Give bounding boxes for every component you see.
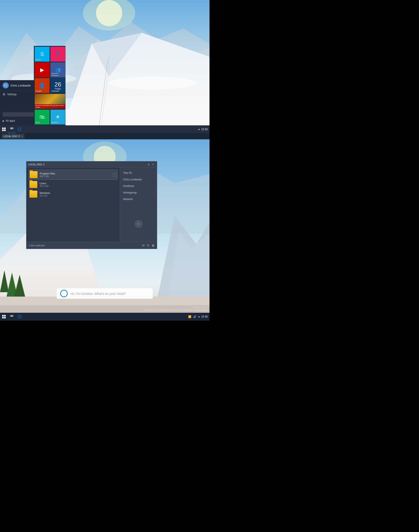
tab-local-disc-c[interactable]: LOCAL DISC C × [2,134,25,139]
screen-top: Windows 10 RC1 Evaluation copy. Build 99… [0,0,210,133]
svg-rect-11 [4,128,6,129]
file-item-windows[interactable]: Windows 18.5 Gb [29,189,118,199]
windows-logo-icon-bottom [2,315,6,318]
taskbar-bottom: 📶 🔊 ◂ 10 50 [0,313,210,321]
taskview-button-bottom[interactable] [8,313,16,321]
minimize-button[interactable]: ∧ [146,162,151,167]
cortana-circle-icon [18,128,21,131]
news-overlay: Mourners Remember Boxing Day Tsunami Vic… [35,104,65,109]
file-window-footer: 1 item selected ✉ ↻ 🗑 [26,242,157,249]
nav-homegroup[interactable]: Homegroup [120,189,157,196]
weather-icon: ☀ [55,114,60,120]
start-button-bottom[interactable] [0,313,8,321]
svg-rect-12 [2,130,4,131]
file-list: Program files 285.1 Mb ✓ Users 352.6 Mb [26,167,120,242]
tab-close-button[interactable]: × [21,135,23,137]
cortana-button[interactable] [16,125,24,133]
video-icon: ▶ [40,67,44,73]
svg-rect-13 [4,130,6,131]
taskview-icon [10,128,13,131]
file-info-program-files: Program files 285.1 Mb [40,172,113,177]
tile-skype[interactable]: S Skype [35,47,50,62]
cortana-bar: Hi, I'm Cortana. What's on your mind? [57,288,153,299]
tile-video[interactable]: ▶ [35,62,50,77]
chevron-left-icon-bottom: ◂ [198,315,199,318]
taskbar-right-bottom: 📶 🔊 ◂ 10 50 [188,315,210,318]
watermark-top: Windows 10 RC1 Evaluation copy. Build 99… [145,119,208,124]
svg-point-7 [109,76,196,90]
file-item-program-files[interactable]: Program files 285.1 Mb ✓ [29,170,118,180]
tab-label: LOCAL DISC C [3,135,20,137]
file-window-content: Program files 285.1 Mb ✓ Users 352.6 Mb [26,167,157,242]
tile-calendar[interactable]: 26 Friday Calendar [50,78,65,93]
file-checkbox-program-files[interactable]: ✓ [113,173,117,177]
user-avatar: CL [3,82,9,88]
nav-onedrive[interactable]: OneDrive [120,183,157,189]
gear-icon: ⚙ [3,93,5,96]
network-icon-bottom: 📶 [188,315,191,318]
file-window: LOCAL DISC C ∧ × Program files 285.1 Mb … [26,161,157,249]
file-info-windows: Windows 18.5 Gb [39,191,117,197]
svg-rect-33 [12,315,13,316]
tile-windows-feedback[interactable]: 👥 Windows Feedback [50,62,65,77]
mail-action-button[interactable]: ✉ [142,244,145,247]
file-sidebar: This PC Chris Lombardo OneDrive Homegrou… [120,167,157,242]
start-button[interactable] [0,125,8,133]
cortana-button-bottom[interactable] [16,313,24,321]
svg-rect-32 [11,315,12,316]
taskview-button[interactable] [8,125,16,133]
status-text: 1 item selected [29,244,142,247]
close-button[interactable]: × [151,162,155,167]
back-button[interactable]: ← [135,220,143,228]
taskbar-top: ◂ 10 50 [0,125,210,133]
footer-actions: ✉ ↻ 🗑 [142,244,155,247]
taskview-icon-bottom [10,315,13,318]
watermark-bottom: Windows 10 RC1 Evaluation copy. Build 99… [145,306,208,312]
tile-groove[interactable]: 🎵 [50,47,65,62]
people-icon: 👤 [39,82,45,89]
svg-rect-29 [4,315,6,316]
nav-chris-lombardo[interactable]: Chris Lombardo [120,176,157,183]
volume-icon-bottom: 🔊 [193,315,196,318]
file-window-titlebar: LOCAL DISC C ∧ × [26,161,157,167]
clock-display-bottom: 10 50 [201,315,208,318]
tile-people[interactable]: 👤 People [35,78,50,93]
svg-rect-28 [2,315,4,316]
sync-action-button[interactable]: ↻ [147,244,149,247]
folder-icon-program-files [30,171,38,178]
store-icon: 🛍 [39,114,45,120]
skype-icon: S [40,51,44,57]
tile-weather[interactable]: ☀ Weather [50,110,65,124]
feedback-icon: 👥 [55,67,61,73]
folder-icon-windows [29,191,37,198]
tiles-panel: S Skype 🎵 ▶ 👥 Windows Feedback 👤 People [34,46,65,125]
groove-icon: 🎵 [54,51,61,57]
svg-rect-14 [11,128,12,129]
svg-rect-30 [2,317,4,318]
chevron-left-icon: ◂ [198,128,199,131]
nav-this-pc[interactable]: This PC [120,170,157,176]
screen-bottom: LOCAL DISC C ∧ × Program files 285.1 Mb … [0,139,210,321]
chevron-right-icon: ▶ [3,120,4,122]
svg-rect-31 [4,317,6,318]
taskbar-divider: LOCAL DISC C × [0,133,210,139]
username-label: Chris Lombardo [11,84,31,87]
delete-action-button[interactable]: 🗑 [152,244,155,247]
clock-display: 10 50 [201,128,208,131]
file-window-title: LOCAL DISC C [28,163,146,166]
folder-icon-users [29,181,37,188]
svg-rect-15 [12,128,13,129]
taskbar-right-top: ◂ 10 50 [198,128,210,131]
cortana-placeholder[interactable]: Hi, I'm Cortana. What's on your mind? [71,292,126,296]
nav-network[interactable]: Network [120,196,157,203]
windows-logo-icon [2,128,6,131]
tile-store[interactable]: 🛍 Store [35,110,50,124]
cortana-circle-icon-bottom [18,315,21,318]
file-item-users[interactable]: Users 352.6 Mb [29,180,118,189]
svg-rect-10 [2,128,4,129]
cortana-icon [60,290,68,297]
tiles-grid: S Skype 🎵 ▶ 👥 Windows Feedback 👤 People [34,46,65,125]
file-info-users: Users 352.6 Mb [39,182,117,187]
tile-news[interactable]: Mourners Remember Boxing Day Tsunami Vic… [35,94,65,109]
